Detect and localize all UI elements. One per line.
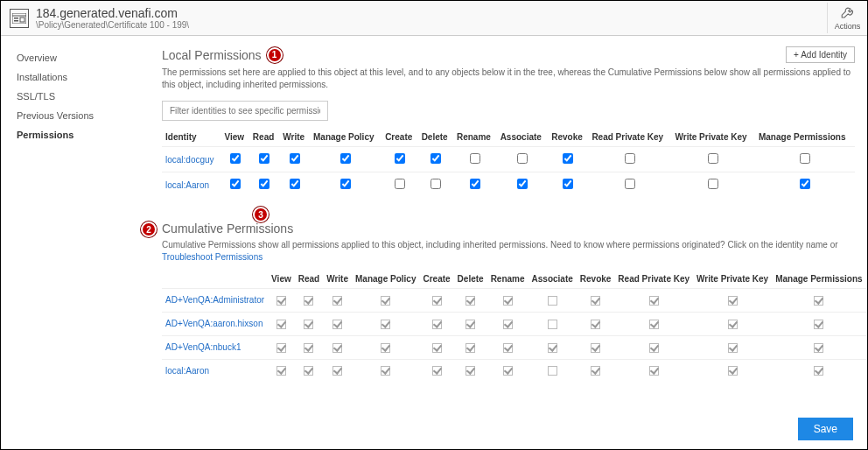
permission-indicator: [548, 343, 557, 353]
table-row: local:Aaron: [162, 172, 855, 198]
permission-indicator: [466, 343, 475, 353]
troubleshoot-link[interactable]: Troubleshoot Permissions: [162, 252, 262, 262]
col-header: Read: [295, 270, 323, 289]
callout-1: 1: [267, 47, 283, 63]
permission-indicator: [814, 296, 823, 306]
callout-3: 3: [253, 207, 269, 222]
sidebar-item-overview[interactable]: Overview: [17, 48, 115, 67]
col-header: Read: [249, 128, 279, 147]
permission-checkbox[interactable]: [708, 179, 718, 189]
col-header: View: [268, 270, 295, 289]
permission-indicator: [381, 296, 390, 306]
breadcrumb: \Policy\Generated\Certificate 100 - 199\: [36, 20, 189, 30]
permission-checkbox[interactable]: [340, 179, 351, 189]
col-header: Write Private Key: [693, 270, 772, 289]
save-button[interactable]: Save: [798, 418, 853, 440]
sidebar-item-permissions[interactable]: Permissions: [17, 125, 115, 144]
permission-indicator: [814, 366, 823, 376]
col-header: Write: [323, 270, 352, 289]
permission-indicator: [276, 366, 286, 376]
col-header: Write: [279, 128, 310, 147]
col-header: Rename: [487, 270, 528, 289]
permission-indicator: [276, 343, 286, 353]
permission-indicator: [466, 320, 475, 329]
col-header: Identity: [162, 128, 220, 147]
col-header: View: [220, 128, 248, 147]
permission-indicator: [728, 296, 738, 306]
header-bar: 184.generated.venafi.com \Policy\Generat…: [1, 1, 867, 36]
col-header: Rename: [453, 128, 497, 147]
permission-checkbox[interactable]: [290, 179, 300, 189]
permission-checkbox[interactable]: [563, 153, 573, 164]
cumulative-desc-text: Cumulative Permissions show all permissi…: [162, 240, 838, 250]
local-permissions-table: IdentityViewReadWriteManage PolicyCreate…: [162, 128, 855, 197]
page-title: 184.generated.venafi.com: [36, 6, 189, 20]
col-header: Manage Policy: [352, 270, 419, 289]
permission-indicator: [304, 343, 313, 353]
permission-indicator: [814, 320, 823, 329]
permission-checkbox[interactable]: [430, 179, 441, 189]
identity-link[interactable]: AD+VenQA:nbuck1: [165, 342, 241, 352]
permission-indicator: [304, 296, 313, 306]
permission-indicator: [814, 343, 823, 353]
permission-indicator: [548, 320, 557, 329]
permission-checkbox[interactable]: [395, 153, 405, 164]
sidebar-item-installations[interactable]: Installations: [17, 67, 115, 87]
permission-checkbox[interactable]: [430, 153, 441, 164]
identity-link[interactable]: local:Aaron: [165, 366, 209, 376]
permission-checkbox[interactable]: [230, 153, 241, 164]
callout-2: 2: [141, 221, 157, 237]
permission-indicator: [591, 366, 600, 376]
actions-button[interactable]: Actions: [827, 3, 867, 33]
permission-indicator: [503, 296, 513, 306]
col-header: Associate: [497, 128, 549, 147]
permission-checkbox[interactable]: [395, 179, 405, 189]
permission-checkbox[interactable]: [800, 153, 810, 164]
permission-checkbox[interactable]: [625, 179, 635, 189]
permission-checkbox[interactable]: [340, 153, 351, 164]
actions-label: Actions: [828, 22, 867, 31]
permission-indicator: [591, 320, 600, 329]
permission-checkbox[interactable]: [230, 179, 241, 189]
permission-checkbox[interactable]: [470, 179, 480, 189]
col-header: Manage Policy: [310, 128, 382, 147]
permission-indicator: [432, 320, 442, 329]
identity-link[interactable]: AD+VenQA:Administrator: [165, 295, 264, 305]
col-header: Manage Permissions: [755, 128, 855, 147]
col-header: Revoke: [548, 128, 588, 147]
svg-rect-2: [14, 18, 18, 19]
permission-checkbox[interactable]: [517, 153, 528, 164]
permission-checkbox[interactable]: [259, 153, 270, 164]
identity-link[interactable]: local:Aaron: [165, 180, 209, 190]
permission-indicator: [466, 366, 475, 376]
permission-indicator: [503, 320, 513, 329]
permission-indicator: [332, 343, 342, 353]
sidebar-item-ssltls[interactable]: SSL/TLS: [17, 87, 115, 106]
permission-checkbox[interactable]: [625, 153, 635, 164]
col-header: Create: [382, 128, 417, 147]
sidebar-item-previousversions[interactable]: Previous Versions: [17, 106, 115, 125]
permission-checkbox[interactable]: [517, 179, 528, 189]
permission-indicator: [332, 296, 342, 306]
permission-indicator: [276, 296, 286, 306]
col-header: Manage Permissions: [772, 270, 865, 289]
add-identity-button[interactable]: + Add Identity: [786, 46, 855, 63]
header-left: 184.generated.venafi.com \Policy\Generat…: [1, 1, 827, 35]
identity-link[interactable]: AD+VenQA:aaron.hixson: [165, 319, 262, 328]
identity-link[interactable]: local:docguy: [165, 155, 214, 165]
permission-checkbox[interactable]: [470, 153, 480, 164]
permission-indicator: [649, 343, 659, 353]
permission-indicator: [649, 296, 659, 306]
permission-checkbox[interactable]: [563, 179, 573, 189]
permission-checkbox[interactable]: [290, 153, 300, 164]
cumulative-section: 2 Cumulative Permissions Cumulative Perm…: [162, 221, 855, 382]
permission-checkbox[interactable]: [708, 153, 718, 164]
permission-indicator: [649, 366, 659, 376]
filter-input[interactable]: [162, 101, 328, 121]
col-header: Read Private Key: [614, 270, 693, 289]
permission-indicator: [591, 343, 600, 353]
cumulative-permissions-table: ViewReadWriteManage PolicyCreateDeleteRe…: [162, 270, 866, 382]
permission-checkbox[interactable]: [259, 179, 270, 189]
permission-checkbox[interactable]: [800, 179, 810, 189]
permission-indicator: [304, 320, 313, 329]
